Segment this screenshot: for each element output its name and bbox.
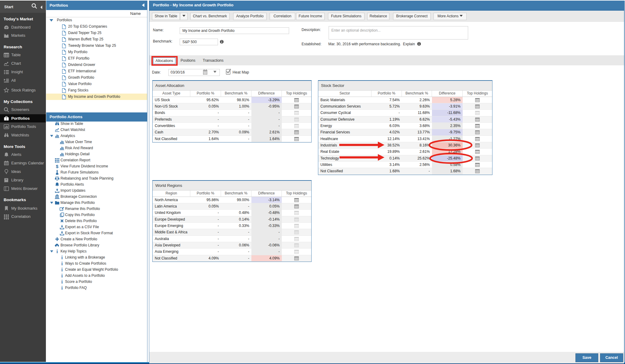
svg-text:i: i [61,261,63,266]
svg-text:i: i [61,273,63,278]
svg-text:i: i [57,249,58,254]
svg-text:i: i [61,255,63,260]
svg-text:i: i [61,285,63,290]
svg-text:i: i [61,267,63,272]
svg-text:i: i [61,279,63,284]
svg-text:$: $ [56,164,59,169]
